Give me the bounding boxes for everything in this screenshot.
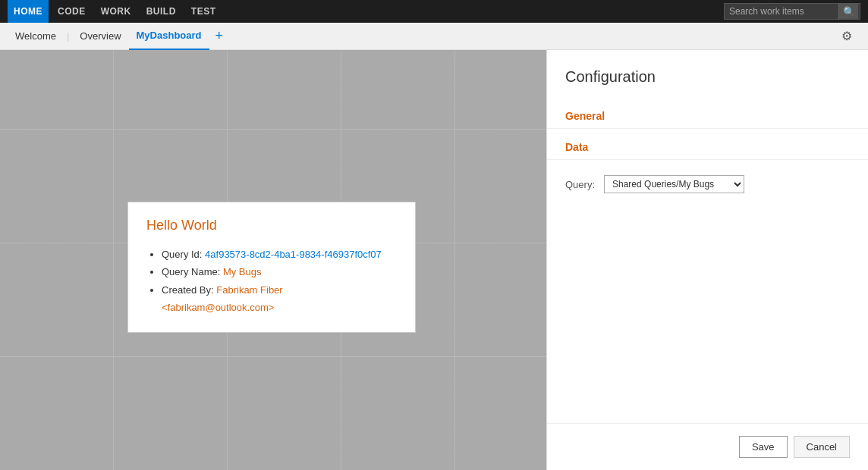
- dashboard-canvas: Hello World Query Id: 4af93573-8cd2-4ba1…: [0, 50, 546, 470]
- config-section-data: Data: [547, 132, 868, 160]
- main-layout: Hello World Query Id: 4af93573-8cd2-4ba1…: [0, 50, 868, 470]
- nav-home[interactable]: HOME: [8, 0, 49, 23]
- top-navigation: HOME CODE WORK BUILD TEST 🔍: [0, 0, 868, 23]
- config-title: Configuration: [547, 50, 868, 101]
- hello-world-widget: Hello World Query Id: 4af93573-8cd2-4ba1…: [127, 202, 416, 333]
- query-id-label: Query Id:: [162, 249, 205, 260]
- cancel-button[interactable]: Cancel: [794, 436, 850, 458]
- nav-build[interactable]: BUILD: [140, 0, 182, 23]
- query-name-label: Query Name:: [162, 266, 223, 277]
- settings-icon[interactable]: ⚙: [833, 23, 860, 50]
- query-name-value: My Bugs: [223, 266, 262, 277]
- subnav-welcome[interactable]: Welcome: [8, 23, 64, 50]
- search-box: 🔍: [724, 3, 860, 20]
- add-dashboard-button[interactable]: +: [209, 23, 230, 50]
- created-by-label: Created By:: [162, 284, 216, 296]
- config-query-row: Query: Shared Queries/My Bugs Shared Que…: [547, 169, 868, 199]
- subnav-divider: |: [64, 30, 72, 42]
- query-select[interactable]: Shared Queries/My Bugs Shared Queries/Al…: [604, 175, 744, 193]
- subnav-mydashboard[interactable]: MyDashboard: [129, 23, 209, 50]
- widget-title: Hello World: [146, 218, 397, 233]
- query-label: Query:: [565, 179, 595, 190]
- nav-code[interactable]: CODE: [52, 0, 92, 23]
- nav-work[interactable]: WORK: [95, 0, 137, 23]
- search-button[interactable]: 🔍: [838, 3, 858, 20]
- config-panel: Configuration General Data Query: Shared…: [546, 50, 868, 470]
- nav-test[interactable]: TEST: [185, 0, 222, 23]
- search-input[interactable]: [725, 6, 838, 17]
- config-footer: Save Cancel: [547, 423, 868, 470]
- subnav-overview[interactable]: Overview: [72, 23, 128, 50]
- list-item: Created By: Fabrikam Fiber <fabrikam@out…: [162, 281, 397, 317]
- widget-list: Query Id: 4af93573-8cd2-4ba1-9834-f46937…: [146, 246, 397, 317]
- sub-navigation: Welcome | Overview MyDashboard + ⚙: [0, 23, 868, 50]
- list-item: Query Id: 4af93573-8cd2-4ba1-9834-f46937…: [162, 246, 397, 263]
- save-button[interactable]: Save: [739, 436, 788, 458]
- query-id-value: 4af93573-8cd2-4ba1-9834-f46937f0cf07: [205, 249, 382, 260]
- config-section-general: General: [547, 101, 868, 129]
- list-item: Query Name: My Bugs: [162, 263, 397, 280]
